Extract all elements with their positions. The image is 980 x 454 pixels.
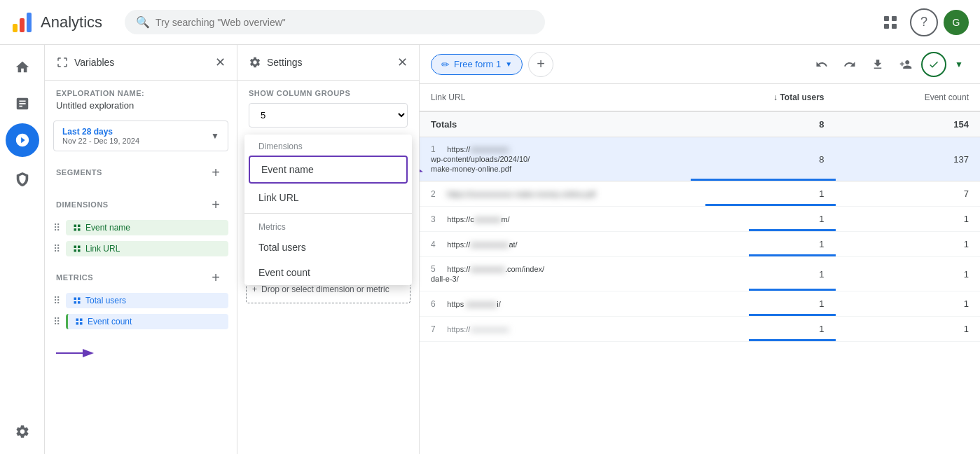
svg-rect-1 — [20, 18, 25, 32]
col-event-count-header[interactable]: Event count — [836, 84, 980, 111]
event-name-chip[interactable]: Event name — [66, 220, 228, 235]
nav-reports[interactable] — [6, 87, 39, 121]
metrics-row: METRICS + — [45, 259, 237, 290]
add-dimension-btn[interactable]: + — [206, 195, 226, 214]
avatar[interactable]: G — [944, 10, 969, 35]
data-table: Link URL ↓ Total users Event count — [420, 84, 980, 342]
undo-icon — [815, 58, 828, 71]
row5-events-cell: 1 — [836, 257, 980, 291]
row3-url: https://cxxxxxxxm/ — [447, 215, 509, 223]
help-button[interactable]: ? — [910, 8, 938, 36]
search-input[interactable] — [156, 17, 534, 28]
dropdown-item-total-users[interactable]: Total users — [244, 235, 412, 260]
row-num-5: 5 — [431, 264, 445, 274]
table-row: 3 https://cxxxxxxxm/ 1 1 — [420, 207, 980, 232]
col-total-users-header[interactable]: ↓ Total users — [691, 84, 835, 111]
svg-rect-16 — [78, 298, 81, 301]
row-num-2: 2 — [431, 189, 445, 199]
svg-rect-4 — [892, 16, 897, 21]
row3-events-cell: 1 — [836, 207, 980, 232]
topbar-right: ? G — [876, 8, 969, 36]
dropdown-item-event-count[interactable]: Event count — [244, 260, 412, 285]
download-icon — [871, 58, 884, 71]
row3-users-cell: 1 — [691, 207, 835, 232]
metrics-label: METRICS — [56, 273, 93, 282]
topbar: Analytics 🔍 ? G — [0, 0, 980, 45]
event-count-chip-label: Event count — [88, 317, 132, 326]
left-nav — [0, 45, 45, 454]
save-btn[interactable] — [921, 52, 946, 77]
advertising-icon — [15, 172, 30, 187]
nav-explore[interactable] — [6, 123, 39, 157]
svg-rect-21 — [76, 322, 79, 325]
dimension-item-link-url[interactable]: ⠿ Link URL — [45, 238, 237, 259]
save-dropdown-btn[interactable]: ▼ — [949, 55, 969, 74]
settings-title: Settings — [267, 57, 303, 68]
variables-title: Variables — [74, 57, 114, 68]
event-name-chip-label: Event name — [85, 223, 130, 233]
tab-bar: ✏ Free form 1 ▼ + — [420, 45, 980, 84]
settings-title-wrapper: Settings — [249, 56, 303, 69]
drag-icon-users: ⠿ — [53, 295, 60, 306]
add-metric-btn[interactable]: + — [206, 268, 226, 287]
svg-rect-18 — [78, 301, 81, 304]
row-num-7: 7 — [431, 324, 445, 334]
dropdown-dimensions-label: Dimensions — [244, 135, 412, 154]
metric-item-event-count[interactable]: ⠿ Event count — [45, 311, 237, 332]
date-info: Last 28 days Nov 22 - Dec 19, 2024 — [62, 127, 139, 145]
chevron-down-icon: ▼ — [211, 131, 219, 141]
share-btn[interactable] — [893, 52, 918, 77]
row2-events-cell: 7 — [836, 181, 980, 207]
metric-item-total-users[interactable]: ⠿ Total users — [45, 290, 237, 311]
variables-title-wrapper: Variables — [56, 56, 114, 69]
date-range-btn[interactable]: Last 28 days Nov 22 - Dec 19, 2024 ▼ — [53, 121, 228, 151]
dropdown-item-link-url[interactable]: Link URL — [244, 185, 412, 210]
nav-advertising[interactable] — [6, 163, 39, 196]
arrow-right-icon — [56, 346, 98, 360]
plus-icon-filter: + — [252, 284, 257, 294]
home-icon — [15, 60, 30, 75]
row-num-1: 1 — [431, 144, 445, 154]
table-row: 1 https://xxxxxxxxxxwp-content/uploads/2… — [420, 137, 980, 181]
row1-url: https://xxxxxxxxxxwp-content/uploads/202… — [431, 145, 530, 173]
variables-header: Variables ✕ — [45, 45, 237, 81]
nav-settings[interactable] — [6, 415, 39, 448]
svg-rect-7 — [74, 225, 77, 228]
row7-url-cell: 7 https://xxxxxxxxxx — [420, 317, 691, 342]
analytics-logo-icon — [11, 11, 34, 34]
svg-rect-5 — [884, 24, 889, 29]
link-url-chip-label: Link URL — [85, 244, 120, 254]
variables-panel: Variables ✕ EXPLORATION NAME: Untitled e… — [45, 45, 237, 454]
download-btn[interactable] — [865, 52, 890, 77]
row3-url-cell: 3 https://cxxxxxxxm/ — [420, 207, 691, 232]
nav-home[interactable] — [6, 50, 39, 84]
dropdown-link-url-label: Link URL — [258, 192, 299, 203]
dropdown-item-event-name[interactable]: Event name — [249, 156, 408, 184]
row6-users-cell: 1 — [691, 291, 835, 317]
settings-close-btn[interactable]: ✕ — [397, 55, 408, 70]
exploration-name-value: Untitled exploration — [45, 99, 237, 118]
table-row: 4 https://xxxxxxxxxxat/ 1 1 — [420, 232, 980, 257]
add-tab-btn[interactable]: + — [528, 52, 553, 77]
search-bar[interactable]: 🔍 — [125, 10, 545, 34]
arrow-annotation-filter — [45, 332, 237, 360]
tab-freeform1[interactable]: ✏ Free form 1 ▼ — [431, 54, 523, 75]
svg-rect-11 — [74, 246, 77, 249]
grid-menu-button[interactable] — [876, 8, 904, 36]
grid-icon — [883, 15, 897, 29]
dimension-item-event-name[interactable]: ⠿ Event name — [45, 217, 237, 238]
tab-freeform1-label: Free form 1 — [454, 59, 501, 69]
link-url-chip[interactable]: Link URL — [66, 241, 228, 256]
svg-rect-6 — [892, 24, 897, 29]
undo-btn[interactable] — [809, 52, 834, 77]
add-segment-btn[interactable]: + — [206, 163, 226, 182]
person-add-icon — [899, 58, 912, 71]
dimensions-row: DIMENSIONS + — [45, 186, 237, 217]
variables-close-btn[interactable]: ✕ — [215, 55, 226, 70]
event-count-chip[interactable]: Event count — [66, 314, 228, 329]
total-users-chip[interactable]: Total users — [66, 293, 228, 308]
svg-rect-2 — [27, 13, 32, 32]
row1-users-val: 8 — [819, 154, 824, 165]
col-groups-select[interactable]: 5 — [249, 103, 408, 128]
redo-btn[interactable] — [837, 52, 862, 77]
